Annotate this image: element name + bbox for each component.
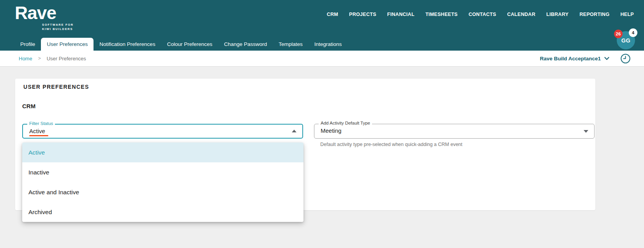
- activity-type-value: Meeting: [321, 124, 341, 137]
- logo-tagline-line1: SOFTWARE FOR: [42, 23, 74, 27]
- app-header: Rave SOFTWARE FOR KIWI BUILDERS CRM PROJ…: [0, 0, 644, 51]
- tab-colour-preferences[interactable]: Colour Preferences: [161, 38, 218, 51]
- tab-change-password[interactable]: Change Password: [218, 38, 273, 51]
- nav-item-projects[interactable]: PROJECTS: [349, 12, 376, 17]
- top-nav: CRM PROJECTS FINANCIAL TIMESHEETS CONTAC…: [327, 12, 634, 17]
- breadcrumb-current: User Preferences: [47, 56, 86, 62]
- screen: Rave SOFTWARE FOR KIWI BUILDERS CRM PROJ…: [0, 0, 644, 248]
- settings-tab-bar: Profile User Preferences Notification Pr…: [14, 38, 348, 51]
- task-count-badge[interactable]: 4: [629, 28, 637, 37]
- clock-icon: [620, 53, 631, 64]
- dropdown-arrow-up-icon: [292, 130, 296, 132]
- nav-item-contacts[interactable]: CONTACTS: [469, 12, 496, 17]
- user-menu: 26 4 GG: [617, 31, 635, 49]
- notification-count-badge[interactable]: 26: [614, 30, 623, 38]
- tab-integrations[interactable]: Integrations: [309, 38, 348, 51]
- activity-type-helper: Default activity type pre-selected when …: [320, 142, 462, 147]
- section-heading-crm: CRM: [22, 103, 35, 109]
- filter-status-select[interactable]: Filter Status Active: [22, 124, 303, 139]
- breadcrumb-bar-right: Rave Build Acceptance1: [540, 53, 631, 64]
- tab-templates[interactable]: Templates: [273, 38, 309, 51]
- option-active-and-inactive[interactable]: Active and Inactive: [22, 182, 303, 202]
- breadcrumb: Home > User Preferences: [19, 56, 86, 62]
- account-picker[interactable]: Rave Build Acceptance1: [540, 56, 609, 62]
- nav-item-financial[interactable]: FINANCIAL: [387, 12, 415, 17]
- tab-user-preferences[interactable]: User Preferences: [41, 38, 94, 51]
- dropdown-arrow-down-icon: [584, 130, 588, 133]
- breadcrumb-separator: >: [38, 56, 41, 61]
- nav-item-calendar[interactable]: CALENDAR: [507, 12, 536, 17]
- logo-tagline: SOFTWARE FOR KIWI BUILDERS: [42, 23, 74, 32]
- nav-item-help[interactable]: HELP: [620, 12, 634, 17]
- history-clock-button[interactable]: [620, 53, 631, 64]
- breadcrumb-home-link[interactable]: Home: [19, 56, 32, 62]
- rave-logo[interactable]: Rave SOFTWARE FOR KIWI BUILDERS: [15, 4, 74, 32]
- tab-profile[interactable]: Profile: [14, 38, 41, 51]
- breadcrumb-bar: Home > User Preferences Rave Build Accep…: [0, 51, 644, 67]
- tab-notification-preferences[interactable]: Notification Preferences: [94, 38, 161, 51]
- activity-default-type-select[interactable]: Add Activity Default Type Meeting: [314, 124, 595, 139]
- logo-tagline-line2: KIWI BUILDERS: [42, 27, 74, 31]
- nav-item-reporting[interactable]: REPORTING: [579, 12, 609, 17]
- value-selection-underline: [29, 135, 48, 136]
- filter-status-dropdown: Active Inactive Active and Inactive Arch…: [22, 142, 303, 222]
- nav-item-library[interactable]: LIBRARY: [546, 12, 568, 17]
- nav-item-timesheets[interactable]: TIMESHEETS: [425, 12, 458, 17]
- option-archived[interactable]: Archived: [22, 202, 303, 222]
- account-name: Rave Build Acceptance1: [540, 56, 601, 62]
- page-title: USER PREFERENCES: [23, 84, 89, 90]
- nav-item-crm[interactable]: CRM: [327, 12, 338, 17]
- logo-wordmark: Rave: [15, 4, 74, 22]
- option-inactive[interactable]: Inactive: [22, 162, 303, 182]
- option-active[interactable]: Active: [22, 142, 303, 162]
- chevron-down-icon: [604, 57, 609, 60]
